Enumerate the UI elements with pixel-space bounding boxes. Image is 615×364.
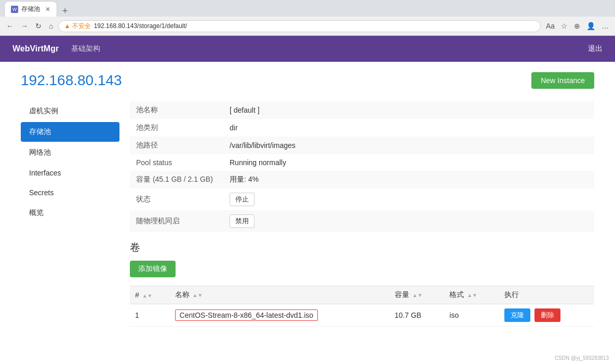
pool-capacity-value: 用量: 4% [223, 171, 594, 188]
pool-autostart-row: 随物理机同启 禁用 [130, 210, 594, 232]
pool-path-value: /var/lib/libvirt/images [223, 137, 594, 154]
row-name: CentOS-Stream-8-x86_64-latest-dvd1.iso [170, 304, 390, 327]
add-image-button[interactable]: 添加镜像 [130, 261, 176, 277]
back-button[interactable]: ← [4, 21, 16, 31]
new-tab-button[interactable]: + [59, 6, 71, 17]
extension-button[interactable]: ⊕ [572, 21, 582, 31]
pool-state-label: 状态 [130, 188, 223, 210]
app-brand: WebVirtMgr [12, 44, 59, 53]
pool-path-row: 池路径 /var/lib/libvirt/images [130, 137, 594, 154]
col-capacity: 容量 ▲▼ [390, 286, 445, 304]
pool-type-row: 池类别 dir [130, 119, 594, 137]
sidebar-item-overview[interactable]: 概览 [21, 203, 119, 223]
more-button[interactable]: … [599, 21, 611, 31]
name-sort-icon: ▲▼ [192, 292, 203, 298]
address-bar-actions: Aa ☆ ⊕ 👤 … [544, 21, 611, 31]
col-action: 执行 [499, 286, 594, 304]
pool-status-row: Pool status Running normally [130, 154, 594, 171]
pool-state-cell: 停止 [223, 188, 594, 210]
pool-state-row: 状态 停止 [130, 188, 594, 210]
home-button[interactable]: ⌂ [47, 21, 55, 31]
pool-capacity-row: 容量 (45.1 GB / 2.1 GB) 用量: 4% [130, 171, 594, 188]
clone-button[interactable]: 克隆 [504, 308, 530, 322]
app-header: WebVirtMgr 基础架构 退出 [0, 36, 615, 62]
file-name: CentOS-Stream-8-x86_64-latest-dvd1.iso [175, 309, 318, 321]
delete-button[interactable]: 删除 [534, 308, 560, 322]
volumes-section-title: 卷 [130, 240, 594, 254]
pool-capacity-label: 容量 (45.1 GB / 2.1 GB) [130, 171, 223, 188]
row-format: iso [444, 304, 499, 327]
pool-name-value: [ default ] [223, 101, 594, 119]
address-bar-row: ← → ↻ ⌂ ▲ 不安全 192.168.80.143/storage/1/d… [0, 17, 615, 35]
sidebar-item-network-pool[interactable]: 网络池 [21, 143, 119, 163]
tab-title: 存储池 [21, 5, 40, 14]
volumes-table: # ▲▼ 名称 ▲▼ 容量 ▲▼ 格式 ▲▼ [130, 286, 594, 327]
url-text: 192.168.80.143/storage/1/default/ [94, 22, 187, 30]
pool-name-label: 池名称 [130, 101, 223, 119]
col-num: # ▲▼ [130, 286, 170, 304]
main-content: 192.168.80.143 New Instance 虚机实例 存储池 网络池… [0, 62, 615, 337]
browser-chrome: W 存储池 ✕ + ← → ↻ ⌂ ▲ 不安全 192.168.80.143/s… [0, 0, 615, 36]
col-name: 名称 ▲▼ [170, 286, 390, 304]
page-header: 192.168.80.143 New Instance [21, 72, 594, 89]
address-bar[interactable]: ▲ 不安全 192.168.80.143/storage/1/default/ [58, 20, 540, 32]
sidebar-item-storage-pool[interactable]: 存储池 [21, 122, 119, 142]
content-layout: 虚机实例 存储池 网络池 Interfaces Secrets 概览 池名称 [… [21, 101, 594, 327]
pool-info-table: 池名称 [ default ] 池类别 dir 池路径 /var/lib/lib… [130, 101, 594, 232]
pool-status-value: Running normally [223, 154, 594, 171]
nav-infrastructure[interactable]: 基础架构 [71, 44, 100, 53]
num-sort-icon: ▲▼ [142, 293, 153, 299]
tab-bar: W 存储池 ✕ + [0, 0, 615, 17]
pool-autostart-cell: 禁用 [223, 210, 594, 232]
pool-status-label: Pool status [130, 154, 223, 171]
capacity-sort-icon: ▲▼ [412, 292, 423, 298]
logout-link[interactable]: 退出 [588, 44, 603, 53]
detail-panel: 池名称 [ default ] 池类别 dir 池路径 /var/lib/lib… [119, 101, 594, 327]
disable-button[interactable]: 禁用 [230, 214, 255, 228]
bookmark-button[interactable]: ☆ [559, 21, 570, 31]
new-instance-button[interactable]: New Instance [531, 72, 594, 89]
pool-autostart-label: 随物理机同启 [130, 210, 223, 232]
forward-button[interactable]: → [19, 21, 30, 31]
row-num: 1 [130, 304, 170, 327]
table-row: 1 CentOS-Stream-8-x86_64-latest-dvd1.iso… [130, 304, 594, 327]
sidebar-item-interfaces[interactable]: Interfaces [21, 164, 119, 182]
pool-path-label: 池路径 [130, 137, 223, 154]
sidebar-item-vm-instance[interactable]: 虚机实例 [21, 101, 119, 121]
volumes-table-header-row: # ▲▼ 名称 ▲▼ 容量 ▲▼ 格式 ▲▼ [130, 286, 594, 304]
tab-favicon: W [11, 6, 18, 13]
col-format: 格式 ▲▼ [444, 286, 499, 304]
active-tab[interactable]: W 存储池 ✕ [4, 1, 57, 17]
security-warning: ▲ 不安全 [64, 22, 90, 31]
sidebar-item-secrets[interactable]: Secrets [21, 183, 119, 202]
refresh-button[interactable]: ↻ [33, 21, 44, 31]
profile-button[interactable]: 👤 [584, 21, 597, 31]
pool-type-label: 池类别 [130, 119, 223, 137]
format-sort-icon: ▲▼ [467, 292, 477, 298]
page-title: 192.168.80.143 [21, 72, 122, 89]
row-capacity: 10.7 GB [390, 304, 445, 327]
stop-button[interactable]: 停止 [230, 193, 255, 206]
row-actions: 克隆 删除 [499, 304, 594, 327]
pool-name-row: 池名称 [ default ] [130, 101, 594, 119]
sidebar: 虚机实例 存储池 网络池 Interfaces Secrets 概览 [21, 101, 119, 327]
tab-close-button[interactable]: ✕ [45, 6, 50, 13]
pool-type-value: dir [223, 119, 594, 137]
translate-button[interactable]: Aa [544, 21, 557, 31]
